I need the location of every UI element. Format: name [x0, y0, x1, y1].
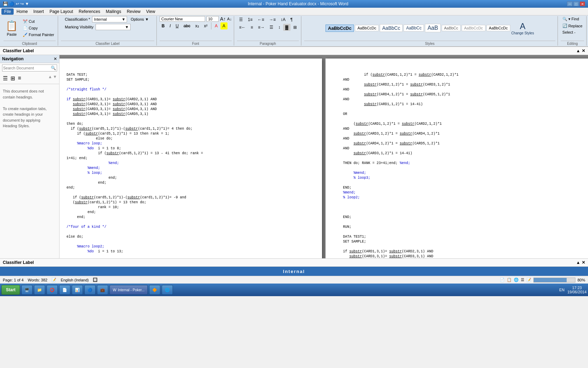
- style-heading2-btn[interactable]: AaBbCc: [404, 25, 424, 32]
- format-painter-button[interactable]: 🖌️ Format Painter: [21, 32, 56, 38]
- indent-inc-button[interactable]: →≡: [267, 16, 278, 23]
- justify-button[interactable]: ☰: [267, 24, 275, 31]
- find-button[interactable]: 🔍 ▾ Find: [561, 16, 580, 22]
- taskbar-explorer-btn[interactable]: 🖥️: [21, 285, 33, 295]
- minimize-btn[interactable]: ─: [567, 1, 573, 6]
- align-left-button[interactable]: ≡←: [237, 24, 248, 31]
- select-button[interactable]: Select -: [561, 29, 577, 35]
- taskbar-folder-btn[interactable]: 📁: [34, 285, 45, 295]
- font-content: Courier New 10 A↑ A↓ B I U abc x₂ x² A A: [160, 16, 232, 40]
- nav-close-btn[interactable]: ✕: [54, 56, 57, 61]
- classifier-bottom-collapse-icon[interactable]: ▲: [576, 260, 580, 265]
- nav-browse-results-btn[interactable]: ≡: [17, 74, 22, 82]
- style-more-btn[interactable]: AaBbCcDc: [486, 25, 510, 31]
- taskbar-ie-btn[interactable]: ⭕: [47, 285, 58, 295]
- collapse-icon[interactable]: ▲: [576, 48, 580, 53]
- menu-bar: File Home Insert Page Layout References …: [0, 8, 588, 15]
- style-normal-btn[interactable]: AaBbCcDc: [326, 25, 354, 32]
- start-button[interactable]: Start: [1, 285, 20, 295]
- title-bar-left: 💾 🔵 ↩ ↪ ▼: [3, 1, 29, 6]
- chevron-down-icon2: ▼: [125, 25, 129, 29]
- align-center-button[interactable]: ≡: [248, 24, 255, 31]
- view-btn-draft[interactable]: 📝: [526, 278, 531, 282]
- restore-btn[interactable]: □: [573, 1, 579, 6]
- indent-dec-button[interactable]: ←≡: [255, 16, 266, 23]
- nav-browse-headings-btn[interactable]: ☰: [2, 74, 8, 82]
- ie-icon: ⭕: [50, 288, 55, 292]
- text-color-button[interactable]: A: [213, 22, 220, 29]
- view-btn-outline[interactable]: ☰: [521, 278, 524, 282]
- menu-file[interactable]: File: [1, 8, 14, 15]
- cut-button[interactable]: ✂️ Cut: [21, 19, 56, 25]
- view-btn-web[interactable]: 🌐: [514, 278, 519, 282]
- taskbar-word-btn[interactable]: W Internal - Poker...: [110, 285, 148, 295]
- paste-button[interactable]: 📋 Paste: [4, 16, 20, 40]
- nav-header: Navigation ✕: [0, 55, 59, 63]
- style-heading1-btn[interactable]: AaBbCc: [380, 24, 402, 32]
- paste-icon: 📋: [6, 20, 18, 32]
- search-input[interactable]: [3, 66, 51, 70]
- font-grow-icon[interactable]: A↑: [220, 16, 226, 22]
- copy-button[interactable]: 📄 Copy: [21, 25, 56, 31]
- sort-button[interactable]: ↕A: [279, 16, 288, 23]
- change-styles-button[interactable]: A Change Styles: [511, 21, 534, 35]
- line-spacing-button[interactable]: ↕: [276, 24, 282, 31]
- marking-label: Marking Visibility: [65, 25, 93, 29]
- borders-button[interactable]: ⊞: [291, 24, 299, 31]
- view-btn-fullscreen[interactable]: 📋: [507, 278, 512, 282]
- view-btn-print[interactable]: 📄: [500, 278, 505, 282]
- highlight-button[interactable]: A: [220, 22, 227, 29]
- menu-review[interactable]: Review: [124, 8, 143, 15]
- style-nospaci-btn[interactable]: AaBbCcDc: [355, 25, 379, 31]
- align-right-button[interactable]: ≡→: [256, 24, 267, 31]
- options-button[interactable]: Options ▼: [129, 16, 150, 22]
- nav-up-arrow[interactable]: ▲: [48, 74, 52, 82]
- ribbon: 📋 Paste ✂️ Cut 📄 Copy 🖌️ Format Painter: [0, 15, 588, 47]
- subscript-button[interactable]: x₂: [193, 22, 201, 29]
- bold-button[interactable]: B: [160, 22, 167, 29]
- ppt-icon: 🔶: [152, 288, 157, 292]
- taskbar-case-btn[interactable]: 💼: [97, 285, 108, 295]
- nav-browse-pages-btn[interactable]: ⊞: [10, 74, 16, 82]
- classifier-group: Classification * Internal ▼ Options ▼ Ma…: [59, 16, 157, 46]
- editing-content: 🔍 ▾ Find 🔄 Replace Select -: [561, 16, 584, 40]
- style-title-btn[interactable]: AaB: [425, 24, 440, 32]
- marking-dropdown[interactable]: ▼: [96, 24, 131, 30]
- menu-page-layout[interactable]: Page Layout: [47, 8, 76, 15]
- classifier-bottom-close-icon[interactable]: ✕: [582, 260, 585, 265]
- superscript-button[interactable]: x²: [202, 22, 210, 29]
- zoom-slider[interactable]: [533, 278, 575, 282]
- taskbar-browser-btn[interactable]: 🌐: [162, 285, 173, 295]
- close-classifier-icon[interactable]: ✕: [582, 48, 585, 53]
- clipboard-content: 📋 Paste ✂️ Cut 📄 Copy 🖌️ Format Painter: [4, 16, 56, 40]
- classification-dropdown[interactable]: Internal ▼: [92, 16, 127, 22]
- taskbar-notepad-btn[interactable]: 📄: [59, 285, 70, 295]
- underline-button[interactable]: U: [174, 22, 181, 29]
- status-banner: Internal: [0, 267, 588, 276]
- nav-search-box[interactable]: 🔍: [2, 64, 57, 71]
- replace-button[interactable]: 🔄 Replace: [561, 23, 584, 29]
- style-subtitle-btn[interactable]: AaBbCc: [442, 25, 461, 31]
- nav-icons-row: ☰ ⊞ ≡ ▲ ▼: [0, 73, 59, 84]
- shading-button[interactable]: ▓: [283, 24, 290, 31]
- numbering-button[interactable]: 1≡: [246, 16, 255, 23]
- menu-view[interactable]: View: [144, 8, 158, 15]
- menu-home[interactable]: Home: [14, 8, 30, 15]
- separator: [211, 22, 211, 29]
- close-btn[interactable]: ✕: [580, 1, 585, 6]
- italic-button[interactable]: I: [167, 22, 173, 29]
- taskbar-excel-btn[interactable]: 📊: [72, 285, 83, 295]
- taskbar-ppt-btn[interactable]: 🔶: [149, 285, 160, 295]
- strikethrough-button[interactable]: abc: [181, 22, 192, 29]
- style-subtleem-btn[interactable]: AaBbCcDc: [462, 25, 485, 31]
- menu-references[interactable]: References: [76, 8, 103, 15]
- nav-down-arrow[interactable]: ▼: [53, 74, 57, 82]
- menu-mailings[interactable]: Mailings: [103, 8, 124, 15]
- bullets-button[interactable]: ☰: [237, 16, 245, 23]
- taskbar-blue-btn[interactable]: 🔵: [84, 285, 96, 295]
- show-hide-button[interactable]: ¶: [288, 16, 295, 23]
- font-name-input[interactable]: Courier New: [160, 16, 205, 22]
- font-size-input[interactable]: 10: [206, 16, 219, 22]
- font-shrink-icon[interactable]: A↓: [227, 17, 232, 21]
- menu-insert[interactable]: Insert: [30, 8, 47, 15]
